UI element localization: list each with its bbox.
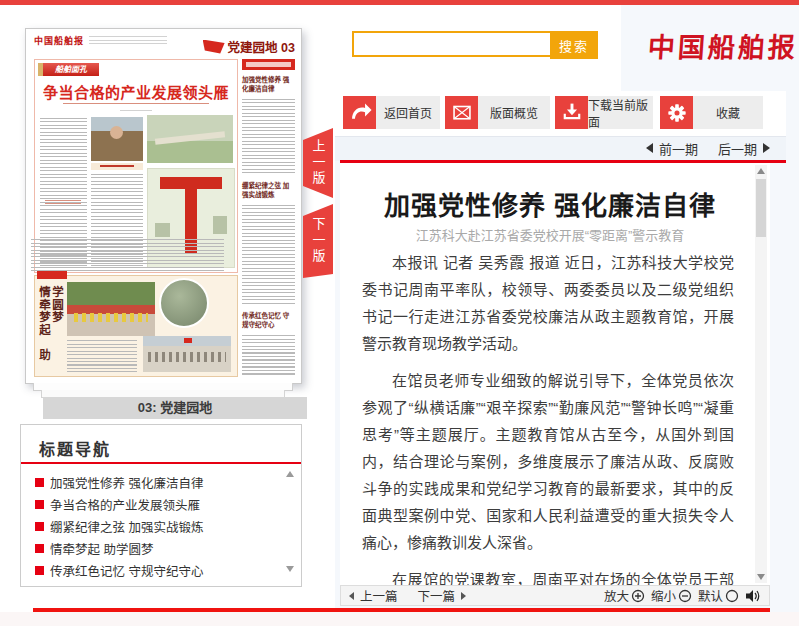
title-nav-header: 标题导航 bbox=[39, 436, 111, 460]
title-nav-rule bbox=[21, 462, 301, 464]
side-text-3 bbox=[242, 335, 295, 377]
favorite-label: 收藏 bbox=[693, 96, 763, 129]
side-text-2 bbox=[242, 205, 295, 305]
layout-overview-icon bbox=[445, 96, 478, 129]
article-body: 本报讯 记者 吴秀霞 报道 近日，江苏科技大学校党委书记周南平率队，校领导、两委… bbox=[362, 249, 734, 585]
side-text-1 bbox=[242, 99, 295, 175]
scrollbar-down-icon[interactable] bbox=[757, 574, 765, 580]
back-arrow-icon bbox=[343, 96, 376, 129]
portrait-face bbox=[110, 126, 123, 139]
aerial-photo bbox=[147, 115, 233, 163]
flag-icon bbox=[203, 40, 225, 54]
title-nav-item[interactable]: 加强党性修养 强化廉洁自律 bbox=[35, 471, 277, 493]
right-column-header bbox=[242, 59, 295, 70]
title-nav-item[interactable]: 情牵梦起 助学圆梦 bbox=[35, 537, 277, 559]
bullet-icon bbox=[35, 566, 44, 575]
article-scrollbar[interactable] bbox=[755, 165, 767, 583]
zoom-in-icon bbox=[631, 589, 645, 603]
title-nav-item[interactable]: 绷紧纪律之弦 加强实战锻炼 bbox=[35, 515, 277, 537]
scrollbar-up-icon[interactable] bbox=[757, 168, 765, 174]
zoom-reset-control[interactable]: 默认 bbox=[698, 586, 739, 605]
layout-overview-label: 版面概览 bbox=[478, 96, 550, 129]
side-headline-2: 绷紧纪律之弦 加强实战锻炼 bbox=[242, 181, 295, 199]
issue-navigation: 前一期 后一期 bbox=[335, 138, 770, 158]
zoom-in-control[interactable]: 放大 bbox=[604, 586, 645, 605]
layout-overview-button[interactable]: 版面概览 bbox=[445, 96, 550, 129]
prev-article-link[interactable]: 上一篇 bbox=[360, 586, 398, 605]
download-page-label: 下载当前版面 bbox=[588, 96, 653, 129]
page-caption: 03: 党建园地 bbox=[43, 397, 307, 419]
lead-headline: 争当合格的产业发展领头雁 bbox=[35, 81, 237, 102]
right-header-text bbox=[246, 62, 291, 67]
search-input[interactable] bbox=[352, 31, 556, 57]
prev-issue-arrow-icon bbox=[646, 143, 653, 153]
tab-previous-page[interactable]: 上一版 bbox=[303, 128, 333, 198]
bullet-icon bbox=[35, 478, 44, 487]
tab-next-page[interactable]: 下一版 bbox=[303, 204, 333, 278]
back-home-label: 返回首页 bbox=[376, 96, 440, 129]
article-paragraph: 在馆员老师专业细致的解说引导下，全体党员依次参观了“纵横话廉”“艰辛探索”“勤廉… bbox=[362, 367, 734, 556]
download-icon bbox=[555, 96, 588, 129]
title-nav-item-label: 情牵梦起 助学圆梦 bbox=[50, 539, 153, 558]
zoom-out-control[interactable]: 缩小 bbox=[651, 586, 692, 605]
title-nav-item-label: 传承红色记忆 守规守纪守心 bbox=[50, 561, 203, 580]
epaper-page: 中国船舶报 党建园地 03 船舶面孔 争当合格的产业发展领头雁 bbox=[0, 0, 799, 626]
search-button[interactable]: 搜索 bbox=[550, 31, 598, 59]
newspaper-page-thumbnail[interactable]: 中国船舶报 党建园地 03 船舶面孔 争当合格的产业发展领头雁 bbox=[25, 28, 302, 384]
bullet-icon bbox=[35, 500, 44, 509]
scroll-up-icon[interactable] bbox=[286, 471, 294, 477]
title-nav-item[interactable]: 争当合格的产业发展领头雁 bbox=[35, 493, 277, 515]
feature-text bbox=[67, 340, 137, 372]
lead-subheadline-lines bbox=[63, 103, 209, 106]
side-headline-1: 加强党性修养 强化廉洁自律 bbox=[242, 75, 295, 93]
aerial-road bbox=[155, 131, 225, 144]
bullet-icon bbox=[35, 522, 44, 531]
lead-badge: 船舶面孔 bbox=[38, 63, 99, 76]
photo-caption bbox=[91, 163, 143, 170]
title-nav-item-label: 争当合格的产业发展领头雁 bbox=[50, 495, 200, 514]
title-nav-item[interactable]: 传承红色记忆 守规守纪守心 bbox=[35, 559, 277, 581]
group-photo bbox=[67, 282, 155, 336]
title-nav-item-label: 绷紧纪律之弦 加强实战锻炼 bbox=[50, 517, 203, 536]
gear-icon bbox=[660, 96, 693, 129]
newspaper-masthead: 中国船舶报 bbox=[34, 34, 167, 47]
bottom-strip bbox=[0, 612, 799, 626]
feature-vertical-headline: 情牵梦起 助学圆梦 bbox=[37, 286, 65, 370]
article-bottom-bar: 上一篇 下一篇 放大 缩小 默认 bbox=[340, 585, 770, 606]
prev-issue-link[interactable]: 前一期 bbox=[659, 139, 698, 158]
favorite-button[interactable]: 收藏 bbox=[660, 96, 763, 129]
newspaper-masthead-logo: 中国船舶报 bbox=[34, 34, 84, 47]
feature-label bbox=[37, 271, 67, 279]
speaker-icon bbox=[745, 589, 761, 603]
scrollbar-thumb[interactable] bbox=[756, 179, 766, 237]
next-issue-link[interactable]: 后一期 bbox=[718, 139, 757, 158]
newspaper-date-text bbox=[89, 36, 167, 45]
article-subtitle: 江苏科大赴江苏省委党校开展“零距离”警示教育 bbox=[360, 225, 740, 244]
portrait-photo bbox=[91, 117, 143, 161]
scroll-down-icon[interactable] bbox=[286, 566, 294, 572]
mid-text-columns bbox=[31, 239, 224, 271]
download-page-button[interactable]: 下载当前版面 bbox=[555, 96, 653, 129]
caption-line bbox=[100, 165, 134, 167]
prev-article-arrow-icon bbox=[349, 592, 354, 600]
back-home-button[interactable]: 返回首页 bbox=[343, 96, 440, 129]
next-issue-arrow-icon bbox=[763, 143, 770, 153]
bottom-feature-box: 情牵梦起 助学圆梦 bbox=[34, 275, 238, 377]
section-banner-label: 党建园地 03 bbox=[228, 37, 295, 56]
article-title: 加强党性修养 强化廉洁自律 bbox=[360, 185, 740, 222]
title-nav-item-label: 加强党性修养 强化廉洁自律 bbox=[50, 473, 203, 492]
building-photo bbox=[143, 336, 231, 372]
group-people bbox=[74, 313, 148, 322]
bullet-icon bbox=[35, 544, 44, 553]
tab-previous-page-label: 上一版 bbox=[312, 139, 325, 187]
article-paragraph: 在展馆的党课教室，周南平对在场的全体党员干部提出四点要求：一是加强党性修养，永葆… bbox=[362, 566, 734, 585]
title-nav-list: 加强党性修养 强化廉洁自律 争当合格的产业发展领头雁 绷紧纪律之弦 加强实战锻炼… bbox=[35, 471, 277, 581]
zoom-reset-icon bbox=[725, 589, 739, 603]
lead-byline-lines bbox=[120, 110, 152, 113]
section-banner: 党建园地 03 bbox=[203, 37, 295, 56]
zoom-out-label: 缩小 bbox=[651, 586, 676, 605]
building-flag bbox=[184, 338, 192, 343]
read-aloud-button[interactable] bbox=[745, 589, 761, 603]
side-headline-3: 传承红色记忆 守规守纪守心 bbox=[242, 311, 295, 329]
next-article-link[interactable]: 下一篇 bbox=[418, 586, 456, 605]
